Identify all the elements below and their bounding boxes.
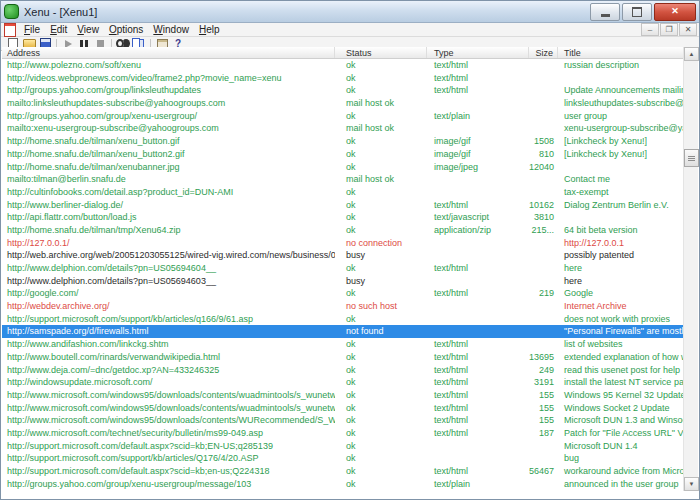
cell-type: image/gif [427, 148, 529, 161]
cell-title: extended explanation of how wikipedia [558, 351, 685, 364]
cell-type [427, 325, 529, 338]
column-header-type[interactable]: Type [427, 47, 529, 58]
table-row[interactable]: http://windowsupdate.microsoft.com/oktex… [2, 376, 685, 389]
cell-status: ok [335, 110, 427, 123]
cell-title: here [558, 275, 685, 288]
minimize-button[interactable] [590, 3, 620, 21]
table-row[interactable]: http://www.andifashion.com/linkckg.shtmo… [2, 338, 685, 351]
menu-item-options[interactable]: Options [104, 24, 148, 35]
column-header-status[interactable]: Status [335, 47, 427, 58]
table-row[interactable]: http://support.microsoft.com/default.asp… [2, 465, 685, 478]
cell-type [427, 122, 529, 135]
table-row[interactable]: http://www.delphion.com/details?pn=US056… [2, 275, 685, 288]
cell-status: ok [335, 465, 427, 478]
table-row[interactable]: http://videos.webpronews.com/video/frame… [2, 72, 685, 85]
menu-item-help[interactable]: Help [194, 24, 225, 35]
table-row[interactable]: http://support.microsoft.com/support/kb/… [2, 452, 685, 465]
table-row[interactable]: http://www.berliner-dialog.de/oktext/htm… [2, 199, 685, 212]
column-header-address[interactable]: Address [2, 47, 335, 58]
mdi-close-button[interactable]: ✕ [679, 23, 697, 36]
table-row[interactable]: http://www.polezno.com/soft/xenuoktext/h… [2, 59, 685, 72]
table-row[interactable]: mailto:linksleuthupdates-subscribe@yahoo… [2, 97, 685, 110]
cell-type: text/html [427, 199, 529, 212]
table-row[interactable]: http://www.microsoft.com/windows95/downl… [2, 389, 685, 402]
cell-address: http://www.microsoft.com/windows95/downl… [2, 402, 335, 415]
link-list: http://www.polezno.com/soft/xenuoktext/h… [2, 59, 685, 492]
table-row[interactable]: http://cultinfobooks.com/detail.asp?prod… [2, 186, 685, 199]
maximize-button[interactable] [622, 3, 652, 21]
cell-address: mailto:xenu-usergroup-subscribe@yahoogro… [2, 122, 335, 135]
column-header-title[interactable]: Title [558, 47, 684, 58]
scroll-down-icon[interactable]: ▼ [684, 477, 699, 491]
cell-title: Windows Socket 2 Update [558, 402, 685, 415]
table-row[interactable]: http://home.snafu.de/tilman/tmp/Xenu64.z… [2, 224, 685, 237]
cell-type: text/html [427, 84, 529, 97]
table-row[interactable]: http://www.boutell.com/rinards/verwandwi… [2, 351, 685, 364]
cell-title: bug [558, 452, 685, 465]
cell-status: mail host ok [335, 122, 427, 135]
table-row[interactable]: http://www.deja.com/=dnc/getdoc.xp?AN=43… [2, 364, 685, 377]
cell-status: ok [335, 59, 427, 72]
cell-address: http://www.andifashion.com/linkckg.shtm [2, 338, 335, 351]
menu-item-file[interactable]: File [19, 24, 45, 35]
cell-size: 249 [529, 364, 558, 377]
table-row[interactable]: http://groups.yahoo.com/group/linksleuth… [2, 84, 685, 97]
cell-address: http://home.snafu.de/tilman/xenubanner.j… [2, 161, 335, 174]
app-icon [4, 4, 19, 19]
cell-status: no connection [335, 237, 427, 250]
cell-size [529, 122, 558, 135]
cell-type [427, 300, 529, 313]
table-row[interactable]: http://groups.yahoo.com/group/xenu-userg… [2, 110, 685, 123]
table-row[interactable]: http://support.microsoft.com/default.asp… [2, 440, 685, 453]
cell-size [529, 325, 558, 338]
cell-title: Google [558, 287, 685, 300]
menu-item-edit[interactable]: Edit [45, 24, 72, 35]
table-row[interactable]: mailto:tilman@berlin.snafu.demail host o… [2, 173, 685, 186]
table-row[interactable]: http://127.0.0.1/no connectionhttp://127… [2, 237, 685, 250]
cell-type [427, 237, 529, 250]
menu-item-view[interactable]: View [72, 24, 104, 35]
cell-status: ok [335, 376, 427, 389]
mdi-restore-button[interactable]: ❐ [660, 23, 678, 36]
cell-size [529, 173, 558, 186]
cell-address: http://api.flattr.com/button/load.js [2, 211, 335, 224]
table-row[interactable]: http://webdev.archive.org/no such hostIn… [2, 300, 685, 313]
scroll-up-icon[interactable]: ▲ [684, 47, 699, 61]
cell-title: [Linkcheck by Xenu!] [558, 135, 685, 148]
table-row[interactable]: http://api.flattr.com/button/load.jsokte… [2, 211, 685, 224]
cell-type: text/html [427, 72, 529, 85]
cell-size: 215... [529, 224, 558, 237]
table-row[interactable]: http://groups.yahoo.com/group/xenu-userg… [2, 478, 685, 491]
table-row[interactable]: http://www.microsoft.com/technet/securit… [2, 427, 685, 440]
table-row[interactable]: http://samspade.org/d/firewalls.htmlnot … [2, 325, 685, 338]
cell-address: http://support.microsoft.com/default.asp… [2, 465, 335, 478]
mdi-controls: – ❐ ✕ [640, 23, 697, 36]
app-window: Xenu - [Xenu1] ✕ FileEditViewOptionsWind… [0, 0, 700, 500]
cell-title: http://127.0.0.1 [558, 237, 685, 250]
menu-items: FileEditViewOptionsWindowHelp [19, 24, 225, 35]
table-row[interactable]: http://home.snafu.de/tilman/xenu_button2… [2, 148, 685, 161]
table-row[interactable]: http://home.snafu.de/tilman/xenubanner.j… [2, 161, 685, 174]
cell-title: russian description [558, 59, 685, 72]
cell-title: Contact me [558, 173, 685, 186]
table-row[interactable]: http://home.snafu.de/tilman/xenu_button.… [2, 135, 685, 148]
mdi-minimize-button[interactable]: – [641, 23, 659, 36]
table-row[interactable]: http://www.microsoft.com/windows95/downl… [2, 414, 685, 427]
menu-item-window[interactable]: Window [148, 24, 194, 35]
table-row[interactable]: http://www.microsoft.com/windows95/downl… [2, 402, 685, 415]
cell-size [529, 313, 558, 326]
cell-size [529, 249, 558, 262]
cell-type: text/javascript [427, 211, 529, 224]
table-row[interactable]: mailto:xenu-usergroup-subscribe@yahoogro… [2, 122, 685, 135]
table-row[interactable]: http://www.delphion.com/details?pn=US056… [2, 262, 685, 275]
vertical-scrollbar[interactable]: ▲ ▼ [683, 47, 698, 491]
cell-address: http://support.microsoft.com/default.asp… [2, 440, 335, 453]
table-row[interactable]: http://support.microsoft.com/support/kb/… [2, 313, 685, 326]
close-button[interactable]: ✕ [654, 3, 696, 21]
scrollbar-thumb[interactable] [684, 149, 699, 167]
table-row[interactable]: http://google.com/oktext/html219Google [2, 287, 685, 300]
cell-address: mailto:tilman@berlin.snafu.de [2, 173, 335, 186]
cell-size [529, 186, 558, 199]
table-row[interactable]: http://web.archive.org/web/2005120305512… [2, 249, 685, 262]
column-header-size[interactable]: Size [529, 47, 558, 58]
